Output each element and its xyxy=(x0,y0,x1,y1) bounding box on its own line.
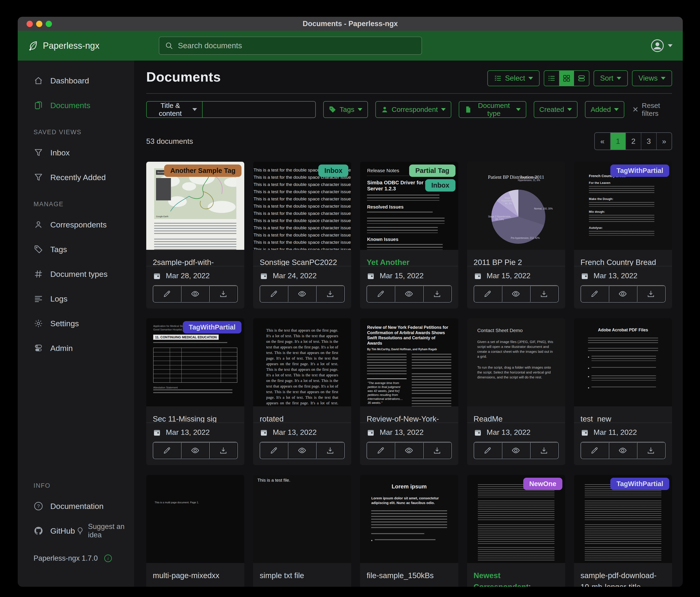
document-title[interactable]: Yet Another Correspondent: Testing Email xyxy=(360,250,458,266)
document-card[interactable]: Application for Medical Staff MembersGoo… xyxy=(146,318,244,465)
document-title[interactable]: sample-pdf-download-10-mb-longer-title xyxy=(574,563,672,587)
tag-badge[interactable]: TagWithPartial xyxy=(183,321,242,333)
manage-item-correspondents[interactable]: Correspondents xyxy=(18,215,134,234)
list-view-button[interactable] xyxy=(544,71,559,86)
tags-filter-button[interactable]: Tags xyxy=(323,101,368,118)
document-card[interactable]: Release NotesSimba ODBC Driver for SQL S… xyxy=(360,162,458,309)
edit-document-button[interactable] xyxy=(581,286,609,302)
document-card[interactable]: Contact Sheet DemoGiven a set of image f… xyxy=(467,318,565,465)
document-card[interactable]: Boundary Waters TripGoogle EarthAnother … xyxy=(146,162,244,309)
sidebar-item-dashboard[interactable]: Dashboard xyxy=(18,71,134,90)
view-document-button[interactable] xyxy=(502,286,530,302)
pagination-page-3[interactable]: 3 xyxy=(641,133,656,150)
document-type-filter-button[interactable]: Document type xyxy=(459,101,526,118)
view-document-button[interactable] xyxy=(288,442,316,459)
edit-document-button[interactable] xyxy=(260,286,288,302)
correspondent-filter-button[interactable]: Correspondent xyxy=(375,101,451,118)
manage-item-document-types[interactable]: Document types xyxy=(18,264,134,284)
download-document-button[interactable] xyxy=(316,286,344,302)
sidebar-item-documents[interactable]: Documents xyxy=(18,96,134,115)
document-title[interactable]: Sonstige ScanPC2022 03-24_081058 xyxy=(253,250,351,266)
tag-badge[interactable]: Partial Tag xyxy=(409,165,455,177)
views-button[interactable]: Views xyxy=(632,70,672,86)
document-title[interactable]: ReadMe xyxy=(467,406,565,423)
sort-button[interactable]: Sort xyxy=(594,70,628,86)
saved-view-item-recently-added[interactable]: Recently Added xyxy=(18,168,134,187)
saved-view-item-inbox[interactable]: Inbox xyxy=(18,143,134,162)
view-document-button[interactable] xyxy=(609,286,637,302)
document-title[interactable]: test_new xyxy=(574,406,672,423)
document-title[interactable]: 2sample-pdf-with-images xyxy=(146,250,244,266)
user-avatar-icon[interactable] xyxy=(651,39,664,52)
edit-document-button[interactable] xyxy=(367,286,395,302)
tag-badge[interactable]: TagWithPartial xyxy=(610,165,669,177)
download-document-button[interactable] xyxy=(209,442,237,459)
edit-document-button[interactable] xyxy=(581,442,609,459)
suggest-an-idea-link[interactable]: Suggest an idea xyxy=(76,522,134,539)
created-filter-button[interactable]: Created xyxy=(534,101,578,118)
document-card[interactable]: Adobe Acrobat PDF Filestest_newMar 11, 2… xyxy=(574,318,672,465)
tag-badge[interactable]: NewOne xyxy=(523,478,562,490)
document-title[interactable]: 2011 BP Pie 2 xyxy=(467,250,565,266)
detail-view-button[interactable] xyxy=(574,71,589,86)
added-filter-button[interactable]: Added xyxy=(585,101,624,118)
document-title[interactable]: multi-page-mixedxx xyxy=(146,563,244,587)
info-circle-icon[interactable]: i xyxy=(104,554,112,563)
download-document-button[interactable] xyxy=(423,442,451,459)
view-document-button[interactable] xyxy=(288,286,316,302)
document-card[interactable]: French Country BreadFor the LeavenMake t… xyxy=(574,162,672,309)
view-document-button[interactable] xyxy=(181,442,209,459)
brand[interactable]: Paperless-ngx xyxy=(28,40,138,51)
document-correspondent-link[interactable]: Yet Another Correspondent xyxy=(367,258,422,266)
grid-view-button[interactable] xyxy=(559,71,574,86)
reset-filters-button[interactable]: ✕ Reset filters xyxy=(632,102,672,117)
edit-document-button[interactable] xyxy=(474,286,502,302)
document-correspondent-link[interactable]: Newest Correspondent xyxy=(474,571,529,587)
document-card[interactable]: This is a test file.simple txt file xyxy=(253,475,351,587)
document-title[interactable]: French Country Bread Revised.docx xyxy=(574,250,672,266)
search-input[interactable] xyxy=(178,41,416,50)
title-content-filter-button[interactable]: Title & content xyxy=(146,101,203,118)
sidebar-item-documentation[interactable]: ? Documentation xyxy=(18,496,134,516)
view-document-button[interactable] xyxy=(502,442,530,459)
document-card[interactable]: This is a multi page document. Page 1.mu… xyxy=(146,475,244,587)
document-card[interactable]: This is the text that appears on the fir… xyxy=(253,318,351,465)
view-document-button[interactable] xyxy=(395,286,423,302)
document-card[interactable]: NewOneNewest Correspondent: f_combineds xyxy=(467,475,565,587)
download-document-button[interactable] xyxy=(530,442,558,459)
sidebar-item-github[interactable]: GitHub xyxy=(18,521,75,541)
edit-document-button[interactable] xyxy=(153,442,181,459)
pagination-prev-button[interactable]: « xyxy=(595,133,610,150)
download-document-button[interactable] xyxy=(637,286,665,302)
view-document-button[interactable] xyxy=(609,442,637,459)
document-card[interactable]: TagWithPartialsample-pdf-download-10-mb-… xyxy=(574,475,672,587)
document-card[interactable]: Review of New York Federal Petitions for… xyxy=(360,318,458,465)
document-card[interactable]: This is a test for the double space char… xyxy=(253,162,351,309)
download-document-button[interactable] xyxy=(530,286,558,302)
tag-badge[interactable]: Another Sample Tag xyxy=(164,165,242,177)
tag-badge[interactable]: TagWithPartial xyxy=(610,478,669,490)
manage-item-admin[interactable]: Admin xyxy=(18,338,134,358)
tag-badge[interactable]: Inbox xyxy=(425,179,455,192)
document-title[interactable]: rotated xyxy=(253,406,351,423)
download-document-button[interactable] xyxy=(316,442,344,459)
manage-item-settings[interactable]: Settings xyxy=(18,314,134,333)
document-card[interactable]: Lorem ipsumLorem ipsum dolor sit amet, c… xyxy=(360,475,458,587)
edit-document-button[interactable] xyxy=(260,442,288,459)
title-content-filter-input[interactable] xyxy=(203,101,316,118)
edit-document-button[interactable] xyxy=(367,442,395,459)
select-button[interactable]: Select xyxy=(488,70,540,86)
user-menu-caret-icon[interactable] xyxy=(668,44,673,47)
document-title[interactable]: file-sample_150kBs xyxy=(360,563,458,587)
document-title[interactable]: Sec 11-Missing sig xyxy=(146,406,244,423)
download-document-button[interactable] xyxy=(209,286,237,302)
edit-document-button[interactable] xyxy=(153,286,181,302)
pagination-page-1[interactable]: 1 xyxy=(610,133,625,150)
manage-item-logs[interactable]: Logs xyxy=(18,289,134,309)
view-document-button[interactable] xyxy=(181,286,209,302)
download-document-button[interactable] xyxy=(423,286,451,302)
document-card[interactable]: Patient BP Distribution 2011Isolated Sys… xyxy=(467,162,565,309)
document-title[interactable]: simple txt file xyxy=(253,563,351,587)
tag-badge[interactable]: Inbox xyxy=(318,165,348,177)
document-title[interactable]: Review-of-New-York-Federal-Petitions-art… xyxy=(360,406,458,423)
